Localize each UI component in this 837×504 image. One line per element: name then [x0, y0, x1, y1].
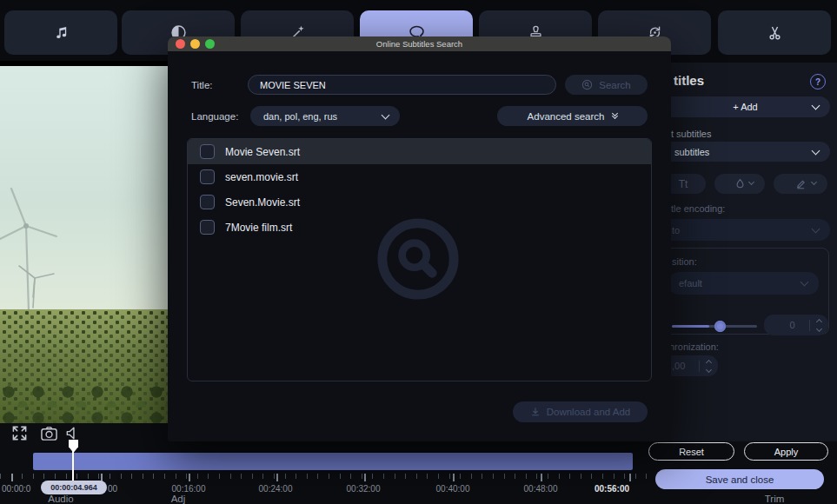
offset-spinner[interactable]: 0: [764, 315, 828, 335]
outline-pen-button[interactable]: [774, 174, 827, 194]
language-select[interactable]: dan, pol, eng, rus: [250, 106, 400, 126]
advanced-search-button[interactable]: Advanced search: [497, 106, 648, 126]
result-filename: Seven.Movie.srt: [225, 196, 300, 209]
title-field-label: Title:: [191, 80, 213, 90]
advanced-search-label: Advanced search: [528, 111, 605, 122]
time-label: 00:48:00: [524, 484, 558, 494]
search-watermark-icon: [373, 214, 463, 304]
download-and-add-button[interactable]: Download and Add: [513, 401, 648, 422]
chevron-down-icon: [800, 278, 809, 287]
search-icon: [581, 79, 593, 90]
search-button[interactable]: Search: [565, 75, 648, 95]
tab-label: Audio: [48, 494, 73, 504]
time-label: 00:00:0: [2, 484, 30, 494]
spinner-arrows[interactable]: [810, 320, 828, 331]
add-label: + Add: [733, 102, 757, 112]
chevron-down-icon: [812, 146, 820, 155]
time-label: 00: [108, 484, 117, 494]
language-select-value: dan, pol, eng, rus: [263, 111, 337, 122]
dialog-titlebar[interactable]: Online Subtitles Search: [168, 36, 671, 51]
position-group: sition: efault 0: [661, 248, 829, 335]
spinner-arrows[interactable]: [700, 361, 718, 372]
chevron-down-icon: [706, 366, 712, 372]
apply-button[interactable]: Apply: [744, 442, 828, 461]
encoding-select-value: to: [672, 225, 680, 235]
time-label: 00:24:00: [259, 484, 293, 494]
chevron-down-icon: [382, 110, 390, 119]
slider-thumb[interactable]: [714, 321, 726, 332]
checkbox[interactable]: [200, 169, 215, 184]
help-icon[interactable]: ?: [810, 74, 826, 90]
title-input[interactable]: [248, 75, 556, 95]
synchronization-label: hronization:: [669, 342, 719, 352]
minimize-button[interactable]: [190, 39, 200, 49]
search-button-label: Search: [599, 80, 630, 90]
tab-trim[interactable]: Trim: [718, 10, 831, 55]
timeline-clip-track[interactable]: [33, 453, 633, 470]
scissors-icon: [766, 23, 784, 42]
time-label: 00:56:00: [595, 484, 629, 494]
pen-icon: [795, 178, 807, 189]
online-subtitles-dialog: Online Subtitles Search Title: Search La…: [168, 36, 671, 441]
save-and-close-button[interactable]: Save and close: [655, 469, 824, 489]
chevron-down-icon: [816, 325, 822, 331]
double-chevron-down-icon: [613, 111, 617, 118]
encoding-label: tle encoding:: [671, 203, 725, 214]
ruler-major-tick: [541, 474, 542, 481]
music-note-icon: [52, 23, 70, 42]
playhead-line: [72, 440, 74, 486]
offset-value: 0: [764, 320, 809, 330]
result-filename: 7Movie film.srt: [225, 222, 292, 234]
fullscreen-button[interactable]: [11, 425, 28, 441]
result-row[interactable]: seven.movie.srt: [188, 164, 651, 189]
results-list: Movie Seven.srt seven.movie.srt Seven.Mo…: [187, 138, 652, 381]
app-window: Audio Adj: [0, 0, 837, 504]
chevron-up-icon: [706, 359, 712, 365]
position-label: sition:: [672, 256, 697, 267]
chevron-down-icon: [812, 102, 820, 110]
chevron-down-icon: [811, 178, 817, 184]
position-select[interactable]: efault: [668, 272, 819, 295]
sunflower-field-foreground: [0, 381, 168, 423]
result-row[interactable]: Movie Seven.srt: [188, 139, 651, 164]
checkbox[interactable]: [200, 220, 215, 235]
ruler-major-tick: [276, 474, 278, 481]
chevron-up-icon: [816, 318, 822, 324]
subtitles-select[interactable]: subtitles: [661, 142, 830, 162]
ruler-major-tick: [189, 474, 190, 481]
encoding-select[interactable]: to: [661, 219, 830, 241]
tab-label: Adj: [171, 494, 186, 504]
current-subtitles-label: t subtitles: [671, 129, 711, 139]
add-subtitles-dropdown[interactable]: + Add: [661, 96, 830, 117]
result-filename: Movie Seven.srt: [225, 146, 300, 158]
checkbox[interactable]: [200, 195, 215, 209]
subtitles-panel: titles ? + Add t subtitles subtitles Tt …: [661, 63, 837, 441]
offset-slider[interactable]: [672, 325, 757, 328]
zoom-button[interactable]: [205, 39, 215, 49]
time-label: 00:32:00: [347, 484, 381, 494]
time-label: 00:16:00: [172, 484, 206, 494]
dialog-title: Online Subtitles Search: [376, 39, 462, 49]
result-filename: seven.movie.srt: [225, 171, 298, 183]
ruler-major-tick: [453, 474, 455, 481]
chevron-down-icon: [748, 178, 754, 184]
close-button[interactable]: [176, 39, 185, 49]
reset-button[interactable]: Reset: [648, 442, 734, 461]
tab-label: Trim: [765, 494, 785, 504]
result-row[interactable]: Seven.Movie.srt: [188, 189, 651, 215]
ruler-major-tick: [11, 474, 13, 481]
video-preview: [0, 61, 168, 423]
download-icon: [530, 407, 541, 417]
timeline-ruler[interactable]: [0, 474, 648, 479]
slider-fill: [672, 325, 709, 328]
paint-drop-icon: [734, 178, 746, 189]
color-fill-button[interactable]: [714, 174, 765, 194]
ruler-major-tick: [629, 474, 631, 481]
tab-audio[interactable]: Audio: [4, 10, 117, 55]
snapshot-camera-button[interactable]: [40, 425, 58, 441]
checkbox[interactable]: [200, 144, 215, 159]
time-label: 00:40:00: [436, 484, 470, 494]
wind-turbines: [0, 61, 168, 322]
download-button-label: Download and Add: [547, 407, 631, 417]
language-label: Language:: [191, 111, 238, 122]
